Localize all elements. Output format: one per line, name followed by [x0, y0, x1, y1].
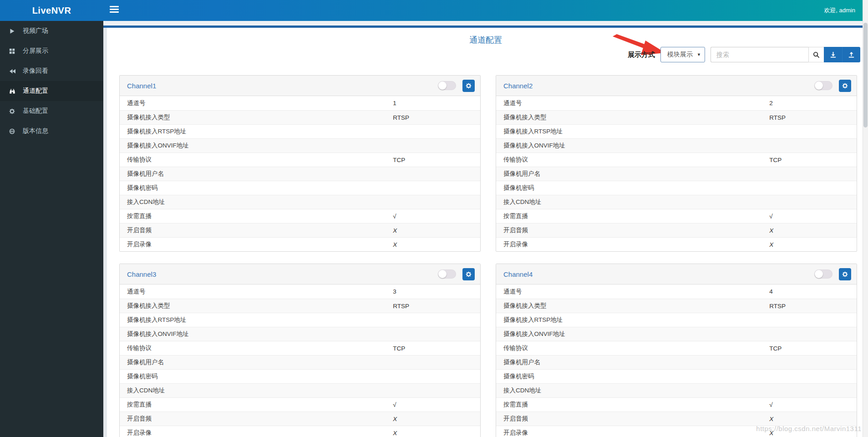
channel-title[interactable]: Channel2 — [503, 82, 814, 90]
upload-button[interactable] — [842, 47, 860, 62]
row-label: 摄像机用户名 — [120, 170, 393, 178]
row-value: X — [393, 416, 480, 422]
sidebar-item-basic-config[interactable]: 基础配置 — [0, 101, 103, 121]
row-label: 传输协议 — [496, 344, 769, 352]
table-row: 摄像机接入RTSP地址 — [496, 313, 857, 327]
row-label: 开启音频 — [120, 226, 393, 234]
channel-enable-toggle[interactable] — [438, 269, 456, 279]
row-value: RTSP — [769, 303, 857, 310]
sidebar-item-version-info[interactable]: 版本信息 — [0, 121, 103, 141]
sidebar-item-label: 录像回看 — [23, 67, 48, 75]
table-row: 摄像机接入类型RTSP — [120, 110, 480, 124]
table-row: 摄像机接入类型RTSP — [120, 299, 480, 313]
channel-card-4: Channel4通道号4摄像机接入类型RTSP摄像机接入RTSP地址摄像机接入O… — [496, 264, 857, 437]
channel-enable-toggle[interactable] — [814, 269, 832, 279]
row-label: 传输协议 — [496, 156, 769, 164]
channel-settings-button[interactable] — [462, 268, 475, 280]
row-label: 传输协议 — [120, 344, 393, 352]
table-row: 摄像机接入RTSP地址 — [496, 124, 857, 138]
channel-title[interactable]: Channel3 — [127, 270, 438, 278]
row-value: TCP — [393, 157, 480, 163]
display-mode-selected-value: 模块展示 — [667, 51, 693, 59]
table-row: 传输协议TCP — [496, 341, 857, 355]
app-brand[interactable]: LiveNVR — [0, 0, 103, 21]
sidebar-item-label: 版本信息 — [23, 127, 48, 135]
sidebar-item-label: 分屏展示 — [23, 47, 48, 55]
table-row: 摄像机密码 — [496, 369, 857, 383]
sidebar-item-playback[interactable]: 录像回看 — [0, 61, 103, 81]
page-scrollbar[interactable] — [863, 0, 868, 437]
toolbar: 展示方式 模块展示 ▼ — [628, 47, 860, 62]
table-row: 开启录像X — [496, 237, 857, 251]
table-row: 开启音频X — [496, 412, 857, 426]
row-label: 按需直播 — [120, 212, 393, 220]
channel-card-1: Channel1通道号1摄像机接入类型RTSP摄像机接入RTSP地址摄像机接入O… — [119, 75, 481, 252]
table-row: 通道号4 — [496, 285, 857, 299]
row-value: X — [769, 416, 857, 422]
download-icon — [830, 51, 837, 58]
row-value: TCP — [393, 345, 480, 352]
row-label: 摄像机接入类型 — [120, 113, 393, 122]
channel-cards-grid: Channel1通道号1摄像机接入类型RTSP摄像机接入RTSP地址摄像机接入O… — [119, 75, 857, 437]
hamburger-menu-button[interactable] — [110, 6, 120, 15]
table-row: 传输协议TCP — [496, 152, 857, 167]
channel-title[interactable]: Channel4 — [503, 270, 814, 278]
display-mode-select[interactable]: 模块展示 ▼ — [660, 47, 705, 62]
row-label: 摄像机接入RTSP地址 — [496, 316, 769, 324]
row-label: 摄像机密码 — [496, 372, 769, 381]
row-label: 摄像机用户名 — [496, 358, 769, 366]
channel-enable-toggle[interactable] — [438, 81, 456, 90]
toggle-knob — [438, 81, 447, 90]
row-value: √ — [769, 401, 857, 408]
grid-icon — [9, 48, 23, 54]
card-header: Channel4 — [496, 264, 857, 285]
row-label: 摄像机接入ONVIF地址 — [496, 330, 769, 338]
sidebar: 视频广场分屏展示录像回看通道配置基础配置版本信息 — [0, 21, 103, 437]
row-label: 按需直播 — [496, 401, 769, 409]
sidebar-item-channel-config[interactable]: 通道配置 — [0, 81, 103, 101]
table-row: 开启录像X — [120, 237, 480, 251]
row-label: 摄像机接入RTSP地址 — [496, 127, 769, 136]
content-gap-strip — [103, 21, 868, 25]
gear-icon — [842, 83, 848, 89]
row-label: 开启录像 — [496, 240, 769, 249]
row-label: 摄像机接入类型 — [496, 113, 769, 122]
gear-icon — [466, 271, 472, 277]
sidebar-item-split-screen[interactable]: 分屏展示 — [0, 41, 103, 61]
channel-settings-button[interactable] — [462, 80, 475, 92]
search-input[interactable] — [711, 47, 808, 62]
table-row: 开启音频X — [120, 223, 480, 237]
table-row: 开启音频X — [120, 412, 480, 426]
sidebar-item-label: 通道配置 — [23, 87, 48, 95]
scrollbar-thumb[interactable] — [863, 23, 868, 127]
table-row: 传输协议TCP — [120, 341, 480, 355]
channel-enable-toggle[interactable] — [814, 81, 832, 90]
toggle-knob — [815, 270, 823, 278]
download-button[interactable] — [824, 47, 842, 62]
channel-settings-button[interactable] — [839, 268, 851, 280]
row-value: √ — [393, 401, 480, 408]
search-button[interactable] — [808, 47, 824, 62]
channel-settings-button[interactable] — [839, 80, 851, 92]
channel-title[interactable]: Channel1 — [127, 82, 438, 90]
table-row: 开启音频X — [496, 223, 857, 237]
toggle-knob — [438, 270, 447, 278]
gear-icon — [842, 271, 848, 277]
table-row: 摄像机用户名 — [120, 167, 480, 181]
content-top-border — [103, 25, 868, 28]
row-value: 2 — [769, 100, 857, 107]
row-value: TCP — [769, 345, 857, 352]
sidebar-item-video-square[interactable]: 视频广场 — [0, 21, 103, 41]
welcome-text: 欢迎, admin — [824, 0, 855, 21]
row-label: 开启录像 — [496, 429, 769, 437]
table-row: 摄像机密码 — [120, 181, 480, 195]
row-label: 按需直播 — [120, 401, 393, 409]
table-row: 摄像机接入ONVIF地址 — [496, 327, 857, 341]
rewind-icon — [9, 68, 23, 74]
table-row: 通道号3 — [120, 285, 480, 299]
play-icon — [9, 28, 23, 34]
binoculars-icon — [9, 88, 23, 94]
table-row: 摄像机用户名 — [496, 355, 857, 369]
main-content: 通道配置 展示方式 模块展示 ▼ Channel1通道号1摄像机接入类型RTSP… — [103, 21, 868, 437]
sidebar-item-label: 视频广场 — [23, 27, 48, 35]
